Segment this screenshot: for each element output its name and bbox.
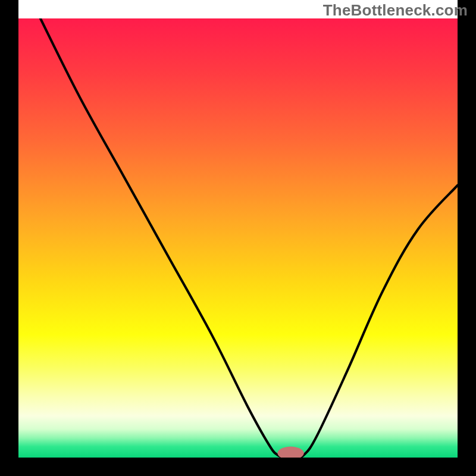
plot-area <box>18 18 458 458</box>
watermark-text: TheBottleneck.com <box>323 1 468 20</box>
gradient-background <box>18 18 458 458</box>
chart-frame: TheBottleneck.com <box>0 0 476 476</box>
bottom-border <box>0 458 476 476</box>
chart-svg <box>18 18 458 458</box>
